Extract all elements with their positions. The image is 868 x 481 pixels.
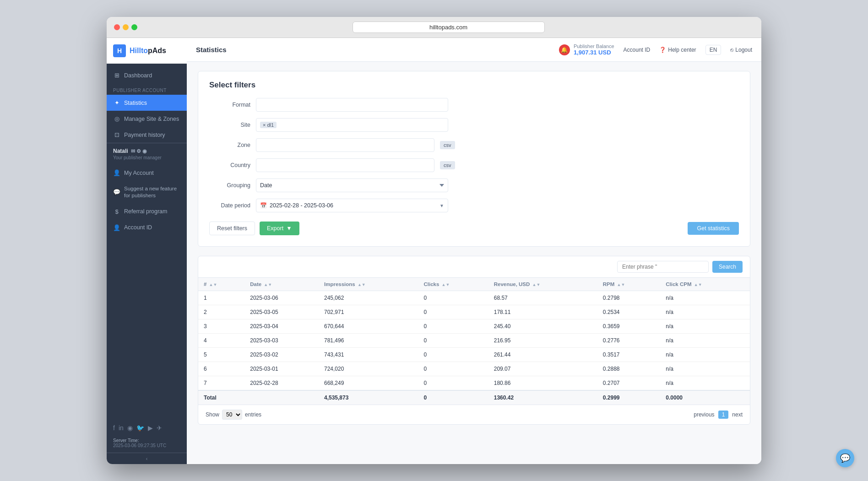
instagram-icon[interactable]: ◉ — [127, 424, 133, 432]
grouping-select[interactable]: Date — [256, 178, 448, 192]
telegram-icon[interactable]: ✈ — [157, 424, 162, 432]
cell-impressions: 670,644 — [319, 319, 418, 334]
sidebar-item-manage-sites[interactable]: ◎ Manage Site & Zones — [107, 111, 187, 127]
cell-rpm: 0.2798 — [597, 291, 661, 305]
prev-page-btn[interactable]: previous — [694, 411, 714, 418]
table-row: 5 2025-03-02 743,431 0 261.44 0.3517 n/a — [198, 348, 750, 362]
current-page[interactable]: 1 — [718, 411, 729, 419]
cell-revenue: 209.07 — [488, 362, 597, 376]
cell-date: 2025-03-05 — [244, 305, 319, 319]
manager-name: Natali ✉ ⚙ ◉ — [113, 148, 180, 154]
cell-impressions: 668,249 — [319, 376, 418, 391]
cell-revenue: 178.11 — [488, 305, 597, 319]
next-page-btn[interactable]: next — [732, 411, 743, 418]
sidebar-item-dashboard[interactable]: ⊞ Dashboard — [107, 67, 187, 83]
col-header-revenue[interactable]: Revenue, USD ▲▼ — [488, 278, 597, 291]
twitter-icon[interactable]: 🐦 — [136, 424, 144, 432]
chat-support-btn[interactable]: 💬 — [836, 449, 854, 467]
col-header-clicks[interactable]: Clicks ▲▼ — [418, 278, 488, 291]
logout-btn[interactable]: ⎋ Logout — [730, 47, 752, 53]
site-label: Site — [209, 122, 250, 128]
sidebar-item-account-id[interactable]: 👤 Account ID — [107, 220, 187, 236]
sidebar-item-my-account[interactable]: 👤 My Account — [107, 165, 187, 181]
site-tag[interactable]: × dl1 — [260, 122, 277, 128]
show-label: Show — [206, 411, 219, 418]
sidebar-item-suggest[interactable]: 💬 Suggest a new feature for publishers — [107, 181, 187, 204]
sort-rpm-icon: ▲▼ — [617, 282, 625, 287]
cell-clicks: 0 — [418, 362, 488, 376]
traffic-lights — [114, 24, 137, 30]
sidebar-section-label: PUBLISHER ACCOUNT — [107, 83, 187, 95]
minimize-button[interactable] — [123, 24, 129, 30]
export-btn[interactable]: Export ▼ — [260, 222, 299, 235]
country-csv-btn[interactable]: csv — [440, 161, 455, 169]
site-tag-value: dl1 — [267, 122, 274, 128]
cell-rpm: 0.2776 — [597, 334, 661, 348]
notification-bell[interactable]: 🔔 — [559, 44, 570, 55]
zone-input[interactable] — [256, 138, 434, 152]
youtube-icon[interactable]: ▶ — [148, 424, 153, 432]
account-id-icon: 👤 — [113, 224, 120, 231]
table-row: 2 2025-03-05 702,971 0 178.11 0.2534 n/a — [198, 305, 750, 319]
sidebar-item-referral-label: Referral program — [124, 208, 167, 215]
cell-clicks: 0 — [418, 291, 488, 305]
get-statistics-btn[interactable]: Get statistics — [688, 222, 739, 235]
sidebar-item-statistics[interactable]: ✦ Statistics — [107, 95, 187, 111]
payment-icon: ⊡ — [113, 131, 120, 138]
table-row: 4 2025-03-03 781,496 0 216.95 0.2776 n/a — [198, 334, 750, 348]
cell-revenue: 180.86 — [488, 376, 597, 391]
cell-rpm: 0.3517 — [597, 348, 661, 362]
table-search-btn[interactable]: Search — [712, 261, 743, 273]
sidebar-item-payment-history[interactable]: ⊡ Payment history — [107, 127, 187, 143]
col-header-impressions[interactable]: Impressions ▲▼ — [319, 278, 418, 291]
cell-clicks: 0 — [418, 348, 488, 362]
linkedin-icon[interactable]: in — [119, 424, 124, 432]
filter-row-site: Site × dl1 — [209, 118, 739, 132]
cell-click-cpm: n/a — [660, 362, 750, 376]
entries-select[interactable]: 50 — [222, 410, 242, 420]
col-header-click-cpm[interactable]: Click CPM ▲▼ — [660, 278, 750, 291]
app-layout: H HilltopAds ⊞ Dashboard PUBLISHER ACCOU… — [107, 38, 761, 464]
url-input[interactable]: hilltopads.com — [353, 22, 545, 33]
reset-filters-btn[interactable]: Reset filters — [209, 222, 255, 235]
cell-impressions: 781,496 — [319, 334, 418, 348]
sort-date-icon: ▲▼ — [264, 282, 272, 287]
manager-sub: Your publisher manager — [113, 155, 180, 160]
publisher-balance: 🔔 Publisher Balance 1,907.31 USD — [559, 43, 614, 56]
col-header-num[interactable]: # ▲▼ — [198, 278, 244, 291]
balance-info: Publisher Balance 1,907.31 USD — [574, 43, 614, 56]
cell-click-cpm: n/a — [660, 376, 750, 391]
table-search-bar: Search — [198, 256, 750, 278]
table-total-row: Total 4,535,873 0 1360.42 0.2999 0.0000 — [198, 390, 750, 405]
cell-date: 2025-03-04 — [244, 319, 319, 334]
format-input[interactable] — [256, 98, 448, 112]
cell-date: 2025-03-03 — [244, 334, 319, 348]
sidebar-item-referral[interactable]: $ Referral program — [107, 204, 187, 220]
cell-date: 2025-02-28 — [244, 376, 319, 391]
language-selector[interactable]: EN — [705, 45, 722, 55]
zone-csv-btn[interactable]: csv — [440, 141, 455, 149]
sidebar-nav: ⊞ Dashboard PUBLISHER ACCOUNT ✦ Statisti… — [107, 64, 187, 420]
cell-clicks: 0 — [418, 305, 488, 319]
maximize-button[interactable] — [131, 24, 137, 30]
site-tag-remove[interactable]: × — [263, 122, 266, 128]
table-search-input[interactable] — [617, 261, 709, 273]
country-input[interactable] — [256, 158, 434, 172]
sidebar-item-suggest-label: Suggest a new feature for publishers — [124, 185, 180, 199]
date-period-picker[interactable]: 📅 2025-02-28 - 2025-03-06 ▼ — [256, 199, 448, 212]
col-header-date[interactable]: Date ▲▼ — [244, 278, 319, 291]
sidebar-collapse-btn[interactable]: ‹ — [107, 453, 187, 464]
facebook-icon[interactable]: f — [113, 424, 115, 432]
help-icon: ❓ — [659, 47, 666, 53]
help-center-btn[interactable]: ❓ Help center — [659, 47, 696, 53]
col-header-rpm[interactable]: RPM ▲▼ — [597, 278, 661, 291]
browser-chrome: hilltopads.com — [107, 17, 761, 38]
close-button[interactable] — [114, 24, 120, 30]
sidebar-item-manage-sites-label: Manage Site & Zones — [124, 116, 179, 122]
sidebar-item-my-account-label: My Account — [124, 170, 154, 176]
show-entries: Show 50 entries — [206, 410, 261, 420]
cell-click-cpm: n/a — [660, 319, 750, 334]
statistics-icon: ✦ — [113, 99, 120, 106]
total-impressions: 4,535,873 — [319, 390, 418, 405]
table-row: 7 2025-02-28 668,249 0 180.86 0.2707 n/a — [198, 376, 750, 391]
